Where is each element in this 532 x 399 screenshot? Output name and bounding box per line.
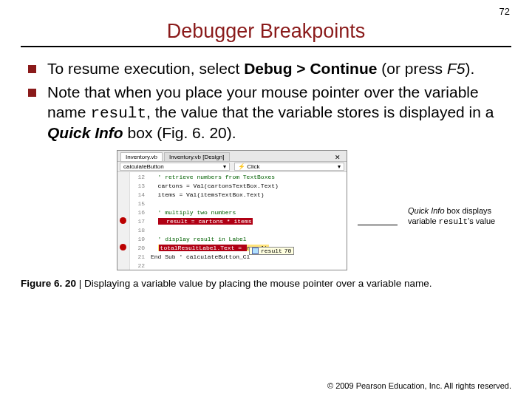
figure-text: | Displaying a variable value by placing…: [76, 278, 432, 289]
text: To resume execution, select: [47, 60, 244, 77]
line-number: 16: [130, 209, 148, 216]
quickinfo-tooltip: result 70: [249, 247, 294, 255]
divider: [21, 46, 511, 47]
ide-toolbar: calculateButton▾ ⚡ Click▾: [117, 162, 347, 172]
footer-text: 2009 Pearson Education, Inc. All rights …: [333, 381, 511, 390]
bullet-item-2: Note that when you place your mouse poin…: [21, 83, 511, 143]
ide-tabs: Inventory.vb Inventory.vb [Design] ✕: [117, 151, 347, 162]
term: Quick Info: [47, 124, 123, 141]
copyright-icon: ©: [327, 381, 333, 390]
line-number: 20: [130, 245, 148, 251]
variable-name: result: [90, 105, 146, 122]
event-dropdown-value: Click: [247, 163, 259, 170]
code-line: End Sub ' calculateButton_Cl: [148, 253, 347, 260]
code-line: result = cartons * items: [148, 218, 347, 225]
code-line: ' display result in Label: [148, 236, 347, 242]
callout: Quick Info box displays variable result'…: [408, 206, 497, 228]
object-dropdown: calculateButton▾: [120, 163, 230, 171]
ide-screenshot: Inventory.vb Inventory.vb [Design] ✕ cal…: [117, 150, 347, 270]
figure-caption: Figure 6. 20 | Displaying a variable val…: [21, 278, 511, 289]
footer: © 2009 Pearson Education, Inc. All right…: [327, 381, 511, 390]
breakpoint-icon: [120, 244, 126, 250]
figure-label: Figure 6. 20: [21, 278, 76, 289]
line-number: 17: [130, 218, 148, 225]
breakpoint-highlight: result = cartons * items: [158, 218, 253, 225]
callout-text: 's value: [468, 216, 495, 225]
line-number: 14: [130, 191, 148, 198]
ide-tab-active: Inventory.vb: [120, 152, 163, 161]
current-line-highlight: totalResultLabel.Text =: [159, 245, 247, 251]
line-number: 15: [130, 200, 148, 207]
line-number: 22: [130, 262, 148, 269]
quickinfo-name: result: [261, 248, 282, 254]
code-line: cartons = Val(cartonsTextBox.Text): [148, 183, 347, 189]
code-area: 12 ' retrieve numbers from TextBoxes 13 …: [117, 172, 347, 270]
object-dropdown-value: calculateButton: [123, 163, 164, 170]
callout-variable: result: [439, 217, 468, 226]
figure-row: Inventory.vb Inventory.vb [Design] ✕ cal…: [117, 150, 511, 270]
menu-path: Debug > Continue: [244, 60, 377, 77]
event-dropdown: ⚡ Click▾: [234, 163, 344, 171]
page-number: 72: [21, 6, 511, 17]
code-line: items = Val(itemsTextBox.Text): [148, 191, 347, 198]
line-number: 12: [130, 174, 148, 180]
callout-line: [358, 225, 398, 225]
text: (or press: [377, 60, 447, 77]
code-line: ' retrieve numbers from TextBoxes: [148, 174, 347, 180]
bullet-item-1: To resume execution, select Debug > Cont…: [21, 59, 511, 78]
breakpoint-icon: [120, 217, 126, 224]
line-number: 19: [130, 236, 148, 242]
quickinfo-value: 70: [284, 248, 292, 254]
text: box (Fig. 6. 20).: [123, 124, 236, 141]
key-name: F5: [447, 60, 466, 77]
text: ).: [465, 60, 474, 77]
line-number: 13: [130, 183, 148, 189]
code-line: ' multiply two numbers: [148, 209, 347, 216]
text: , the value that the variable stores is …: [146, 103, 494, 120]
variable-icon: [252, 248, 259, 254]
line-number: 21: [130, 253, 148, 260]
ide-tab-inactive: Inventory.vb [Design]: [164, 152, 230, 161]
lightning-icon: ⚡: [238, 163, 245, 170]
slide-title: Debugger Breakpoints: [21, 20, 511, 43]
bullet-list: To resume execution, select Debug > Cont…: [21, 59, 511, 143]
code-line: totalResultLabel.Text = result: [148, 245, 347, 251]
text: [151, 245, 158, 251]
line-number: 18: [130, 227, 148, 233]
close-icon: ✕: [332, 154, 344, 161]
callout-term: Quick Info: [408, 206, 445, 215]
